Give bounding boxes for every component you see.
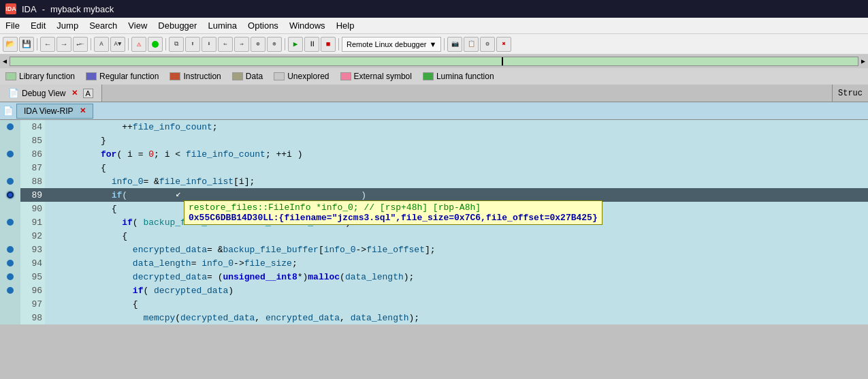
file-name: myback myback (50, 4, 114, 14)
legend-data: Data (232, 72, 263, 81)
tb-process[interactable]: ⚙ (480, 37, 495, 52)
tab-icon-ida: 📄 (3, 106, 14, 117)
legend-library: Library function (5, 72, 75, 81)
menu-file[interactable]: File (0, 19, 25, 32)
tab-debug-view[interactable]: 📄 Debug View ✕ A (0, 85, 102, 102)
bp-94[interactable] (7, 260, 14, 267)
line-96: if ( decrypted_data ) (45, 284, 868, 297)
gutter-86 (0, 147, 20, 161)
menu-edit[interactable]: Edit (25, 19, 51, 32)
tb-code1[interactable]: A (94, 37, 109, 52)
tb-snapshot[interactable]: 📷 (447, 37, 462, 52)
legend-external-label: External symbol (354, 72, 412, 81)
menu-bar: File Edit Jump Search View Debugger Lumi… (0, 18, 868, 34)
tb-run[interactable]: ▶ (288, 37, 303, 52)
line-86: for ( i = 0; i < file_info_count; ++i ) (45, 147, 868, 161)
bp-96[interactable] (7, 287, 14, 294)
legend-library-color (5, 72, 16, 80)
tb-func6[interactable]: ⊕ (251, 37, 266, 52)
tb-green[interactable] (148, 37, 163, 52)
gutter-85 (0, 134, 20, 147)
gutter-90 (0, 202, 20, 215)
ln-90: 90 (20, 202, 45, 215)
bp-89[interactable] (7, 192, 14, 198)
tab-ida-close[interactable]: ✕ (80, 106, 86, 115)
line-85: } (45, 134, 868, 147)
bp-86[interactable] (7, 151, 14, 157)
line-93: encrypted_data = &backup_file_buffer[inf… (45, 243, 868, 256)
tb-func2[interactable]: ⬆ (185, 37, 200, 52)
tb-stop[interactable]: ■ (321, 37, 336, 52)
tb-pause[interactable]: ⏸ (304, 37, 319, 52)
tb-fwd[interactable]: → (57, 37, 71, 52)
tb-exit[interactable]: ✖ (496, 37, 511, 52)
legend-external-color (340, 72, 351, 80)
tab-icon-debug: 📄 (8, 88, 19, 98)
gutter-96 (0, 284, 20, 297)
menu-view[interactable]: View (123, 19, 152, 32)
title-sep: - (42, 4, 45, 14)
ln-93: 93 (20, 243, 45, 256)
tb-remote-label: Remote Linux debugger (347, 40, 426, 48)
tb-sep2 (91, 38, 91, 50)
tb-func1[interactable]: ⧉ (169, 37, 184, 52)
tb-remote-arrow: ▼ (429, 40, 436, 48)
menu-lumina[interactable]: Lumina (202, 19, 242, 32)
tb-save[interactable]: 💾 (19, 37, 34, 52)
gutter-98 (0, 311, 20, 324)
tb-code2[interactable]: A▼ (110, 37, 125, 52)
legend-unexplored-color (274, 72, 285, 80)
ln-98: 98 (20, 311, 45, 324)
struc-tab-btn[interactable]: Struc (832, 85, 868, 102)
legend-bar: Library function Regular function Instru… (0, 68, 868, 85)
bp-95[interactable] (7, 273, 14, 280)
ln-96: 96 (20, 284, 45, 297)
gutter-92 (0, 229, 20, 243)
ln-85: 85 (20, 134, 45, 147)
title-bar: IDA IDA - myback myback (0, 0, 868, 18)
line-88: info_0 = &file_info_list[i]; (45, 175, 868, 188)
nav-right[interactable]: ▶ (861, 57, 865, 65)
ln-86: 86 (20, 147, 45, 161)
tb-open[interactable]: 📂 (3, 37, 18, 52)
tb-sep5 (285, 38, 285, 50)
tb-module[interactable]: 📋 (464, 37, 479, 52)
nav-minimap (10, 57, 858, 66)
bp-93[interactable] (7, 246, 14, 253)
ln-88: 88 (20, 175, 45, 188)
code-view: 84 85 86 87 88 89 90 91 92 93 94 95 96 9… (0, 120, 868, 324)
legend-lumina: Lumina function (423, 72, 494, 81)
bp-91[interactable] (7, 219, 14, 226)
gutter-91 (0, 215, 20, 229)
ln-94: 94 (20, 256, 45, 270)
tb-back2[interactable]: ↵← (73, 37, 88, 52)
tb-remote-debugger[interactable]: Remote Linux debugger ▼ (342, 37, 441, 52)
menu-debugger[interactable]: Debugger (152, 19, 202, 32)
bp-84[interactable] (7, 123, 14, 130)
ln-87: 87 (20, 161, 45, 175)
tb-func3[interactable]: ⬇ (202, 37, 216, 52)
line-numbers: 84 85 86 87 88 89 90 91 92 93 94 95 96 9… (20, 120, 45, 324)
tab-ida-view[interactable]: IDA View-RIP ✕ (16, 104, 93, 119)
bp-88[interactable] (7, 178, 14, 185)
tb-func5[interactable]: ⇒ (234, 37, 249, 52)
line-84: ++file_info_count; (45, 120, 868, 134)
menu-options[interactable]: Options (242, 19, 284, 32)
tb-back[interactable]: ← (40, 37, 55, 52)
menu-search[interactable]: Search (84, 19, 123, 32)
line-92: { (45, 229, 868, 243)
nav-bar: ◀ ▶ (0, 55, 868, 68)
nav-left[interactable]: ◀ (3, 57, 7, 65)
tb-sep1 (37, 38, 37, 50)
tb-warning[interactable]: ⚠ (131, 37, 146, 52)
tb-sep7 (444, 38, 445, 50)
tb-func7[interactable]: ⊗ (267, 37, 282, 52)
toolbar: 📂 💾 ← → ↵← A A▼ ⚠ ⧉ ⬆ ⬇ ⇐ ⇒ ⊕ ⊗ ▶ ⏸ ■ Re… (0, 34, 868, 55)
tab-debug-close[interactable]: ✕ (71, 89, 78, 97)
menu-help[interactable]: Help (331, 19, 360, 32)
app-icon: IDA (5, 3, 16, 14)
tab-debug-btn[interactable]: A (83, 89, 93, 98)
tb-func4[interactable]: ⇐ (218, 37, 233, 52)
menu-windows[interactable]: Windows (284, 19, 331, 32)
menu-jump[interactable]: Jump (51, 19, 84, 32)
